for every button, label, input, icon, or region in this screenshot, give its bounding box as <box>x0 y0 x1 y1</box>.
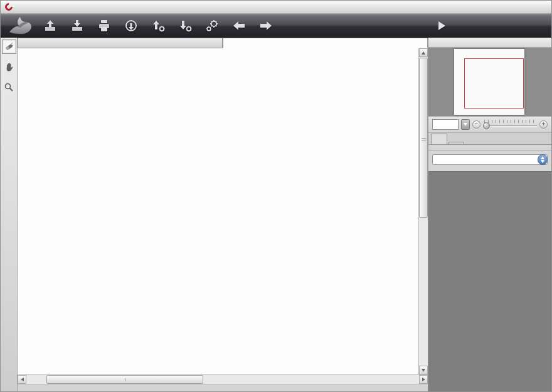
zoom-slider-thumb[interactable] <box>483 122 490 129</box>
hint-panel <box>428 171 551 391</box>
help-button[interactable] <box>494 18 510 34</box>
vertical-scrollbar[interactable] <box>418 48 428 374</box>
navigator-title <box>428 38 551 48</box>
image-canvas[interactable] <box>18 48 428 374</box>
undo-button[interactable] <box>231 18 247 34</box>
preset-dropdown-spinner[interactable] <box>538 154 548 165</box>
navigator[interactable] <box>428 48 551 117</box>
akvis-bird-logo-icon <box>8 16 33 36</box>
run-button[interactable] <box>433 18 450 34</box>
hand-icon <box>4 62 14 72</box>
preferences-button[interactable] <box>524 18 540 34</box>
presets-section <box>428 150 551 171</box>
scroll-down-button[interactable] <box>419 366 428 374</box>
zoom-in-button[interactable]: + <box>539 120 548 129</box>
tab-text[interactable] <box>448 142 464 144</box>
open-button[interactable] <box>42 18 58 34</box>
scroll-right-button[interactable] <box>419 375 428 384</box>
tools-sidebar <box>1 38 18 391</box>
save-button[interactable] <box>69 18 85 34</box>
about-button[interactable] <box>464 18 480 34</box>
zoom-value-input[interactable] <box>432 119 459 130</box>
scroll-left-button[interactable] <box>18 375 26 384</box>
zoom-dropdown-button[interactable] <box>461 119 470 130</box>
main-toolbar <box>1 14 551 38</box>
tab-after[interactable] <box>223 38 428 48</box>
share-button[interactable] <box>123 18 139 34</box>
print-button[interactable] <box>96 18 112 34</box>
batch-processing-button[interactable] <box>204 18 220 34</box>
scroll-up-button[interactable] <box>419 48 428 57</box>
zoom-controls: − + <box>428 117 551 133</box>
zoom-out-button[interactable]: − <box>472 120 480 129</box>
eraser-icon <box>4 42 14 52</box>
view-tabs <box>18 38 428 48</box>
title-bar <box>1 1 551 14</box>
export-settings-button[interactable] <box>150 18 166 34</box>
status-bar <box>18 384 428 391</box>
sketch-image <box>18 48 418 374</box>
checkbox-group <box>428 145 551 150</box>
vertical-scroll-thumb[interactable] <box>419 58 428 218</box>
magnifier-icon <box>4 82 14 92</box>
zoom-slider[interactable] <box>483 120 537 130</box>
parameter-tabs <box>428 133 551 145</box>
app-window: − + <box>0 0 552 392</box>
settings-panel: − + <box>428 38 551 391</box>
tab-before[interactable] <box>18 38 223 48</box>
hand-tool-button[interactable] <box>2 60 16 74</box>
navigator-thumbnail[interactable] <box>454 49 524 115</box>
zoom-tool-button[interactable] <box>2 80 16 94</box>
navigator-frame[interactable] <box>464 58 524 109</box>
horizontal-scrollbar[interactable] <box>18 374 428 384</box>
import-settings-button[interactable] <box>177 18 193 34</box>
sketch-tool-button[interactable] <box>2 40 16 54</box>
preset-dropdown[interactable] <box>432 154 548 165</box>
redo-button[interactable] <box>258 18 274 34</box>
akvis-app-icon <box>4 2 14 13</box>
horizontal-scroll-thumb[interactable] <box>46 375 203 384</box>
tab-drawing[interactable] <box>431 134 447 144</box>
